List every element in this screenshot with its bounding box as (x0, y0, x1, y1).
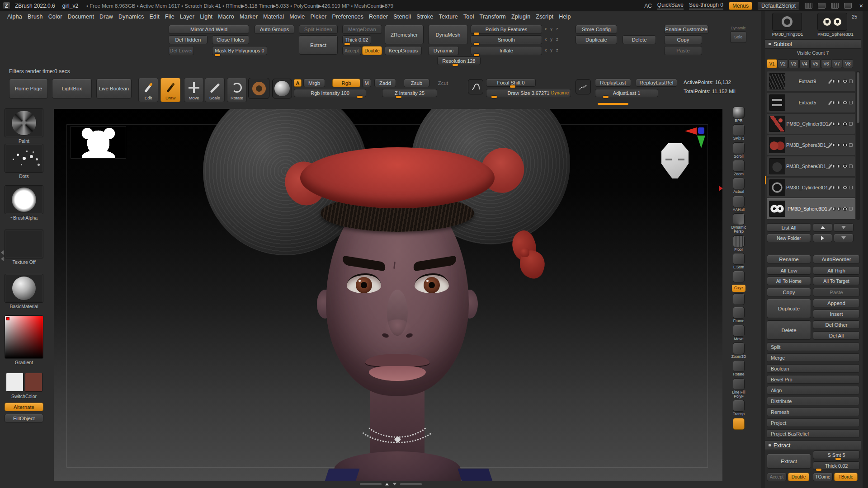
move-subtool-up-button[interactable] (813, 223, 832, 232)
slider-handle[interactable] (474, 43, 479, 45)
texture-selector[interactable]: Texture Off (5, 230, 43, 265)
subtool-subsection-header[interactable]: Remesh (767, 408, 859, 416)
mask-toggle-icon[interactable] (849, 80, 853, 83)
brush-alpha-thumbnail[interactable] (5, 185, 43, 214)
subtool-row[interactable]: PM3D_Sphere3D1 (767, 198, 855, 219)
replay-last-button[interactable]: ReplayLast (595, 79, 631, 87)
right-shelf-button[interactable] (729, 271, 749, 283)
scroll-down-icon[interactable] (393, 483, 396, 486)
menu-item[interactable]: Texture (436, 14, 460, 20)
subtool-section-header[interactable]: Subtool (765, 39, 861, 49)
mask-toggle-icon[interactable] (849, 207, 853, 211)
lightbox-button[interactable]: LightBox (52, 79, 92, 99)
double-extract-button[interactable]: Double (788, 473, 809, 481)
menu-item[interactable]: Marker (237, 14, 260, 20)
active-tool-thumbnail[interactable] (817, 13, 847, 31)
menu-item[interactable]: Help (556, 14, 574, 20)
scale-mode-button[interactable]: Scale (205, 78, 225, 102)
zsub-button[interactable]: Zsub (404, 79, 429, 87)
uv-toggle-icon[interactable] (837, 164, 841, 168)
fold-down-button[interactable] (834, 234, 854, 242)
all-to-home-button[interactable]: All To Home (767, 277, 811, 285)
subtool-row[interactable]: PM3D_Sphere3D1_2 (767, 135, 855, 155)
del-hidden-button[interactable]: Del Hidden (169, 35, 208, 44)
scrollbar-thumb[interactable] (857, 72, 859, 123)
polypaint-toggle-icon[interactable] (832, 122, 836, 126)
del-lower-button[interactable]: Del Lower (169, 46, 194, 55)
accept-extract-button[interactable]: Accept (767, 473, 787, 481)
mask-toggle-icon[interactable] (849, 122, 853, 126)
recent-tool-thumbnail[interactable] (772, 13, 802, 31)
right-shelf-button[interactable]: Line Fill PolyF (729, 378, 749, 399)
zcut-button[interactable]: Zcut (435, 79, 451, 87)
subtool-visibility-tab[interactable]: V6 (821, 59, 831, 68)
extract-button[interactable]: Extract (767, 454, 811, 469)
autoreorder-button[interactable]: AutoReorder (813, 255, 860, 263)
slider-handle[interactable] (491, 96, 497, 98)
menu-item[interactable]: Picker (307, 14, 329, 20)
edit-mode-button[interactable]: Edit (138, 78, 158, 102)
subtool-visibility-tab[interactable]: V8 (843, 59, 853, 68)
primary-color-swatch[interactable] (6, 373, 24, 392)
polish-by-features-slider[interactable]: Polish By Features (471, 25, 542, 34)
subtool-subsection-header[interactable]: Boolean (767, 364, 859, 373)
menu-item[interactable]: Tool (461, 14, 477, 20)
right-shelf-button[interactable]: AAHalf (729, 196, 749, 212)
axis-toggles[interactable]: x y z (545, 27, 559, 31)
mirror-and-weld-button[interactable]: Mirror And Weld (169, 25, 249, 34)
ac-button[interactable]: AC (644, 3, 652, 9)
split-hidden-button[interactable]: Split Hidden (299, 25, 338, 34)
mask-toggle-icon[interactable] (849, 186, 853, 189)
right-shelf-button[interactable]: SPix 3 (729, 124, 749, 141)
copy-subtool-button[interactable]: Copy (767, 288, 811, 296)
mask-toggle-icon[interactable] (849, 164, 853, 168)
uv-toggle-icon[interactable] (837, 207, 841, 211)
all-high-button[interactable]: All High (813, 266, 860, 275)
polypaint-toggle-icon[interactable] (832, 207, 836, 211)
list-all-button[interactable]: List All (767, 223, 811, 232)
subtool-subsection-header[interactable]: Align (767, 386, 859, 394)
replay-last-rel-button[interactable]: ReplayLastRel (636, 79, 677, 87)
double-shelf-button[interactable]: Double (362, 46, 382, 55)
subtool-subsection-header[interactable]: Distribute (767, 397, 859, 405)
subtool-visibility-tab[interactable]: V2 (778, 59, 788, 68)
color-gradient-picker[interactable] (5, 315, 43, 359)
sculpt-model[interactable] (54, 109, 722, 481)
right-shelf-button[interactable]: Gxyz (729, 284, 749, 292)
visibility-eye-icon[interactable] (842, 164, 848, 168)
visibility-eye-icon[interactable] (842, 186, 848, 189)
subtool-row[interactable]: PM3D_Cylinder3D1_1 (767, 177, 855, 198)
thick-extract-slider[interactable]: Thick 0.02 (813, 461, 860, 470)
slider-handle[interactable] (453, 64, 458, 66)
polypaint-toggle-icon[interactable] (832, 80, 836, 83)
close-icon[interactable]: × (857, 2, 865, 9)
delete-subtool-button[interactable]: Delete (767, 320, 811, 340)
dynamesh-button[interactable]: DynaMesh (428, 25, 468, 44)
rename-button[interactable]: Rename (767, 255, 811, 263)
current-material-preview[interactable] (272, 79, 292, 99)
stroke-curve-icon[interactable] (468, 79, 483, 94)
right-shelf-button[interactable]: Floor (729, 235, 749, 252)
subtool-visibility-tab[interactable]: V5 (810, 59, 821, 68)
menu-item[interactable]: Document (65, 14, 97, 20)
slider-handle[interactable] (396, 96, 401, 98)
auto-groups-button[interactable]: Auto Groups (255, 25, 294, 34)
store-config-button[interactable]: Store Config (576, 25, 617, 34)
polypaint-toggle-icon[interactable] (832, 164, 836, 168)
basic-material-thumbnail[interactable] (5, 274, 43, 303)
secondary-color-swatch[interactable] (25, 373, 42, 392)
stroke-paint-thumbnail[interactable] (5, 108, 43, 137)
del-other-button[interactable]: Del Other (813, 320, 860, 329)
focal-shift-slider[interactable]: Focal Shift 0 (486, 79, 536, 87)
alpha-selector[interactable]: ~BrushAlpha (5, 185, 43, 221)
polypaint-toggle-icon[interactable] (832, 101, 836, 104)
camera-axis-gizmo[interactable] (685, 126, 709, 152)
extract-section-header[interactable]: Extract (765, 441, 861, 450)
right-shelf-button[interactable]: Zoom3D (729, 343, 749, 359)
visibility-eye-icon[interactable] (842, 80, 848, 83)
subtool-row[interactable]: Extract9 (767, 71, 855, 92)
scrollbar-right[interactable] (400, 483, 422, 485)
subtool-subsection-header[interactable]: Project (767, 418, 859, 427)
new-folder-button[interactable]: New Folder (767, 234, 811, 242)
stroke-dots-thumbnail[interactable] (5, 144, 43, 173)
